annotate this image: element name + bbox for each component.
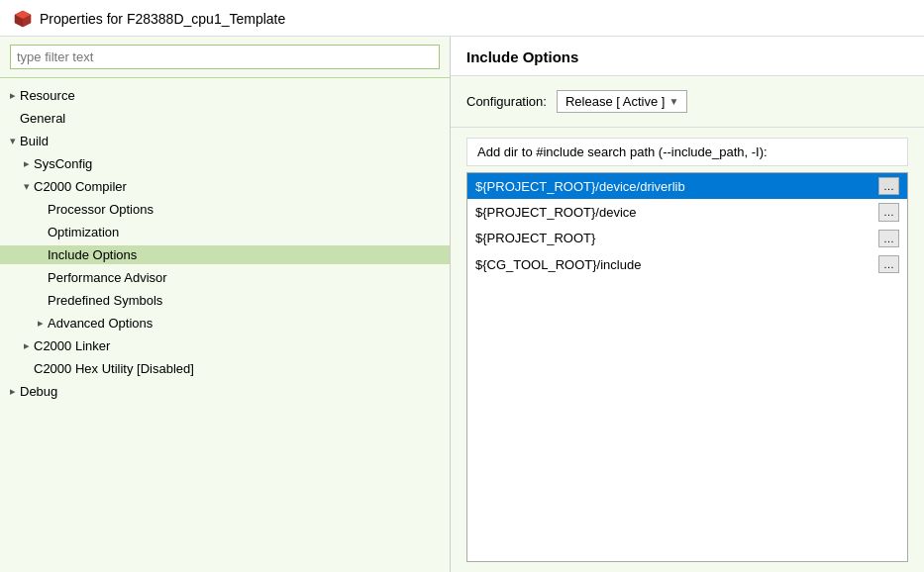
left-panel: ▸ResourceGeneral▾Build▸SysConfig▾C2000 C… <box>0 37 451 572</box>
tree-item-resource[interactable]: ▸Resource <box>0 84 450 107</box>
tree-label: Predefined Symbols <box>48 293 162 308</box>
app-icon <box>14 10 32 28</box>
include-item-value: ${PROJECT_ROOT}/device <box>475 205 873 220</box>
browse-button[interactable]: … <box>878 230 899 247</box>
tree-label: Resource <box>20 88 75 103</box>
tree-item-c2000compiler[interactable]: ▾C2000 Compiler <box>0 175 450 198</box>
tree-label: Build <box>20 134 49 148</box>
browse-button[interactable]: … <box>878 177 899 195</box>
expand-icon: ▸ <box>34 317 48 330</box>
tree-label: Advanced Options <box>48 316 153 331</box>
tree-item-predefinedsymbols[interactable]: Predefined Symbols <box>0 289 450 312</box>
expand-icon: ▸ <box>20 339 34 352</box>
tree-item-c2000hexutility[interactable]: C2000 Hex Utility [Disabled] <box>0 357 450 380</box>
tree-item-processoroptions[interactable]: Processor Options <box>0 198 450 221</box>
tree-item-debug[interactable]: ▸Debug <box>0 380 450 403</box>
include-section: Add dir to #include search path (--inclu… <box>451 128 924 572</box>
expand-icon: ▾ <box>6 135 20 147</box>
config-dropdown[interactable]: Release [ Active ] ▼ <box>557 90 687 113</box>
config-label: Configuration: <box>466 94 547 109</box>
tree-item-c2000linker[interactable]: ▸C2000 Linker <box>0 334 450 357</box>
tree-label: Performance Advisor <box>48 270 167 285</box>
filter-input[interactable] <box>10 45 440 69</box>
tree-label: C2000 Linker <box>34 338 110 353</box>
tree-item-performanceadvisor[interactable]: Performance Advisor <box>0 266 450 289</box>
tree: ▸ResourceGeneral▾Build▸SysConfig▾C2000 C… <box>0 78 450 572</box>
tree-item-sysconfg[interactable]: ▸SysConfig <box>0 152 450 175</box>
tree-label: Optimization <box>48 225 119 239</box>
include-item[interactable]: ${PROJECT_ROOT}/device… <box>467 199 907 225</box>
expand-icon: ▸ <box>20 157 34 170</box>
tree-label: Include Options <box>48 247 137 262</box>
include-item-value: ${PROJECT_ROOT}/device/driverlib <box>475 179 873 194</box>
tree-item-includeoptions[interactable]: Include Options <box>0 243 450 266</box>
section-title: Include Options <box>451 37 924 76</box>
tree-label: General <box>20 111 65 126</box>
tree-item-build[interactable]: ▾Build <box>0 130 450 152</box>
tree-label: Debug <box>20 384 57 399</box>
browse-button[interactable]: … <box>878 203 899 221</box>
chevron-down-icon: ▼ <box>668 96 678 107</box>
expand-icon: ▾ <box>20 180 34 193</box>
tree-label: C2000 Compiler <box>34 179 127 194</box>
include-path-label: Add dir to #include search path (--inclu… <box>466 138 908 166</box>
tree-item-optimization[interactable]: Optimization <box>0 221 450 243</box>
include-list: ${PROJECT_ROOT}/device/driverlib…${PROJE… <box>466 172 908 562</box>
right-panel: Include Options Configuration: Release [… <box>451 37 924 572</box>
expand-icon: ▸ <box>6 89 20 102</box>
browse-button[interactable]: … <box>878 255 899 273</box>
tree-item-general[interactable]: General <box>0 107 450 130</box>
title-bar: Properties for F28388D_cpu1_Template <box>0 0 924 37</box>
include-item[interactable]: ${PROJECT_ROOT}/device/driverlib… <box>467 173 907 199</box>
window-title: Properties for F28388D_cpu1_Template <box>40 11 285 27</box>
include-item-value: ${PROJECT_ROOT} <box>475 231 873 245</box>
tree-item-advancedoptions[interactable]: ▸Advanced Options <box>0 312 450 334</box>
expand-icon: ▸ <box>6 385 20 398</box>
tree-label: Processor Options <box>48 202 154 217</box>
filter-wrapper <box>0 37 450 78</box>
tree-label: SysConfig <box>34 156 92 171</box>
config-value: Release [ Active ] <box>565 94 665 109</box>
include-item[interactable]: ${CG_TOOL_ROOT}/include… <box>467 251 907 277</box>
config-row: Configuration: Release [ Active ] ▼ <box>451 76 924 128</box>
main-content: ▸ResourceGeneral▾Build▸SysConfig▾C2000 C… <box>0 37 924 572</box>
include-item-value: ${CG_TOOL_ROOT}/include <box>475 257 873 272</box>
include-item[interactable]: ${PROJECT_ROOT}… <box>467 226 907 251</box>
tree-label: C2000 Hex Utility [Disabled] <box>34 361 194 376</box>
